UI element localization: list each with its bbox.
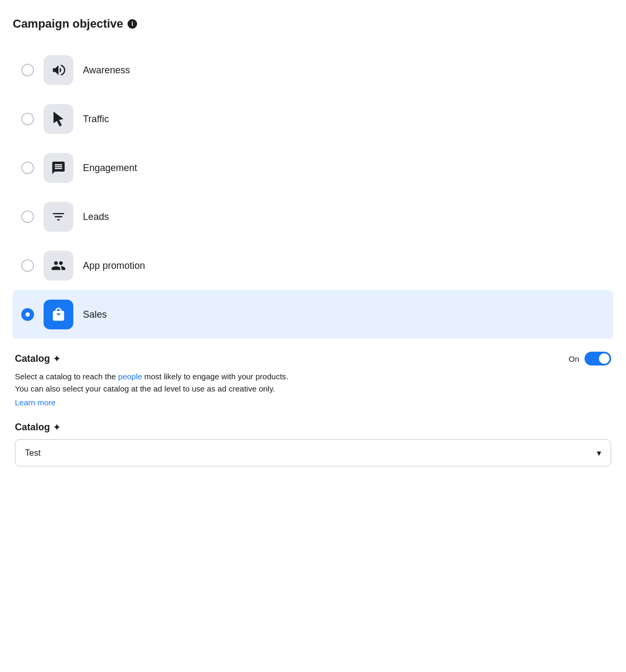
toggle-group: On <box>569 352 611 365</box>
bag-icon <box>51 307 66 322</box>
catalog-description: Select a catalog to reach the people mos… <box>15 371 611 395</box>
catalog-title-text: Catalog <box>15 353 50 364</box>
engagement-icon-wrap <box>44 153 73 183</box>
megaphone-icon <box>51 63 66 78</box>
app-promotion-icon-wrap <box>44 251 73 280</box>
people-icon <box>51 258 66 273</box>
info-icon[interactable]: i <box>128 19 137 29</box>
catalog-label-2: Catalog ✦ <box>15 422 611 433</box>
radio-sales[interactable] <box>21 308 34 321</box>
objective-item-awareness[interactable]: Awareness <box>13 46 613 95</box>
toggle-on-label: On <box>569 354 579 363</box>
objective-list: Awareness Traffic Engagement Leads <box>13 46 613 339</box>
objective-item-leads[interactable]: Leads <box>13 192 613 241</box>
radio-leads[interactable] <box>21 210 34 223</box>
catalog-header: Catalog ✦ On <box>15 352 611 365</box>
objective-item-traffic[interactable]: Traffic <box>13 95 613 143</box>
traffic-icon-wrap <box>44 104 73 134</box>
people-link[interactable]: people <box>118 372 142 381</box>
catalog-select[interactable]: Test Catalog 2 Catalog 3 <box>15 439 611 466</box>
catalog-toggle[interactable] <box>585 352 611 365</box>
filter-icon <box>51 209 66 224</box>
cursor-icon <box>51 112 66 126</box>
page-title: Campaign objective i <box>13 17 613 31</box>
objective-item-engagement[interactable]: Engagement <box>13 143 613 192</box>
app-promotion-label: App promotion <box>83 260 145 271</box>
radio-traffic[interactable] <box>21 113 34 125</box>
catalog-label2-text: Catalog <box>15 422 50 433</box>
leads-label: Leads <box>83 211 109 223</box>
radio-app-promotion[interactable] <box>21 259 34 272</box>
objective-item-sales[interactable]: Sales <box>13 290 613 339</box>
sales-icon-wrap <box>44 300 73 329</box>
learn-more-link[interactable]: Learn more <box>15 398 56 407</box>
engagement-label: Engagement <box>83 163 137 174</box>
catalog-section: Catalog ✦ On Select a catalog to reach t… <box>13 352 613 466</box>
radio-engagement[interactable] <box>21 161 34 174</box>
campaign-objective-title: Campaign objective <box>13 17 123 31</box>
sparkle-icon-2: ✦ <box>53 422 60 432</box>
leads-icon-wrap <box>44 202 73 232</box>
traffic-label: Traffic <box>83 114 109 125</box>
radio-awareness[interactable] <box>21 64 34 76</box>
objective-item-app-promotion[interactable]: App promotion <box>13 241 613 290</box>
awareness-label: Awareness <box>83 65 130 76</box>
sparkle-icon: ✦ <box>53 354 60 364</box>
select-wrapper: Test Catalog 2 Catalog 3 ▼ <box>15 439 611 466</box>
awareness-icon-wrap <box>44 55 73 85</box>
chat-icon <box>51 160 66 175</box>
catalog-title: Catalog ✦ <box>15 353 60 364</box>
sales-label: Sales <box>83 309 107 320</box>
